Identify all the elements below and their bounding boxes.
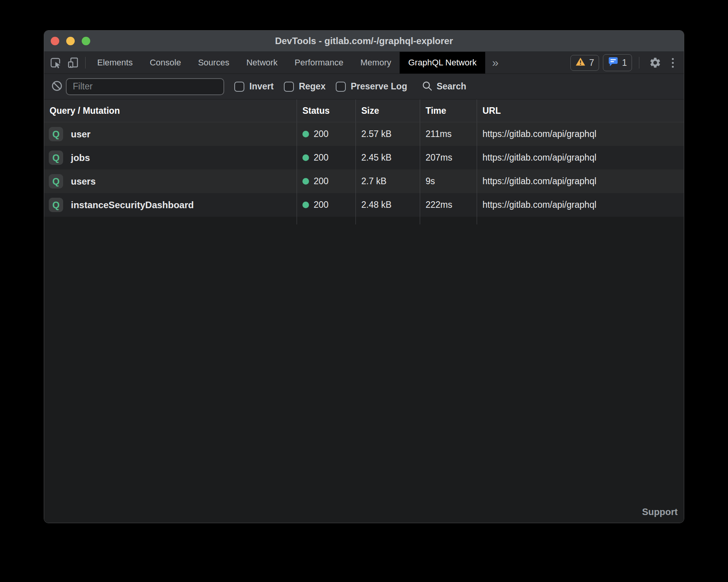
query-type-icon: Q	[49, 127, 63, 141]
table-row[interactable]: Q user 200 2.57 kB 211ms https://gitlab.…	[44, 122, 684, 146]
status-ok-icon	[302, 131, 309, 137]
device-toolbar-icon	[67, 56, 79, 69]
query-name: user	[71, 129, 91, 140]
table-row[interactable]: Q users 200 2.7 kB 9s https://gitlab.com…	[44, 169, 684, 193]
checkbox-icon	[336, 82, 346, 92]
status-code: 200	[314, 129, 328, 139]
checkbox-icon	[234, 82, 244, 92]
request-time: 207ms	[420, 146, 477, 169]
status-code: 200	[314, 200, 328, 210]
warning-icon	[575, 57, 585, 68]
request-url: https://gitlab.com/api/graphql	[477, 122, 684, 146]
status-code: 200	[314, 176, 328, 187]
preserve-log-label: Preserve Log	[351, 81, 407, 92]
query-type-icon: Q	[49, 151, 63, 165]
warnings-badge[interactable]: 7	[570, 55, 599, 71]
query-name: instanceSecurityDashboard	[71, 200, 194, 211]
chat-bubble-icon	[608, 56, 618, 69]
status-ok-icon	[302, 154, 309, 161]
controls-separator	[639, 57, 639, 68]
devtools-tab-bar: Elements Console Sources Network Perform…	[44, 52, 684, 74]
more-options-button[interactable]	[668, 58, 678, 68]
response-size: 2.48 kB	[355, 193, 420, 217]
filter-toolbar: Invert Regex Preserve Log Search	[44, 74, 684, 99]
response-size: 2.45 kB	[355, 146, 420, 169]
request-time: 222ms	[420, 193, 477, 217]
request-url: https://gitlab.com/api/graphql	[477, 146, 684, 169]
title-bar: DevTools - gitlab.com/-/graphql-explorer	[44, 31, 684, 52]
search-icon	[422, 80, 433, 93]
column-divider-stub	[44, 217, 684, 224]
column-header-size[interactable]: Size	[355, 99, 420, 122]
minimize-button[interactable]	[66, 37, 75, 45]
status-ok-icon	[302, 178, 309, 185]
toolbar-separator	[85, 57, 86, 68]
messages-badge[interactable]: 1	[603, 54, 632, 71]
query-name: jobs	[71, 152, 90, 163]
column-header-time[interactable]: Time	[420, 99, 477, 122]
traffic-lights	[51, 31, 90, 51]
response-size: 2.7 kB	[355, 169, 420, 193]
gear-icon	[649, 56, 661, 69]
table-row[interactable]: Q jobs 200 2.45 kB 207ms https://gitlab.…	[44, 146, 684, 169]
block-icon	[51, 80, 63, 93]
status-code: 200	[314, 152, 328, 163]
panel-tabs: Elements Console Sources Network Perform…	[89, 52, 485, 74]
warning-count: 7	[589, 58, 594, 68]
close-button[interactable]	[51, 37, 59, 45]
more-tabs-button[interactable]: »	[485, 52, 506, 74]
panel-empty-area: Support	[44, 224, 684, 523]
query-type-icon: Q	[49, 174, 63, 188]
status-ok-icon	[302, 202, 309, 208]
preserve-log-checkbox[interactable]: Preserve Log	[336, 81, 407, 92]
inspect-element-button[interactable]	[46, 52, 64, 74]
devtools-window: DevTools - gitlab.com/-/graphql-explorer	[44, 30, 684, 523]
query-type-icon: Q	[49, 198, 63, 212]
tab-sources[interactable]: Sources	[189, 52, 238, 74]
response-size: 2.57 kB	[355, 122, 420, 146]
query-name: users	[71, 176, 96, 187]
filter-input[interactable]	[66, 78, 224, 95]
request-url: https://gitlab.com/api/graphql	[477, 193, 684, 217]
table-header: Query / Mutation Status Size Time URL	[44, 99, 684, 122]
request-time: 9s	[420, 169, 477, 193]
tab-graphql-network[interactable]: GraphQL Network	[400, 52, 485, 74]
regex-checkbox[interactable]: Regex	[284, 81, 326, 92]
chevron-double-right-icon: »	[492, 56, 499, 69]
invert-label: Invert	[249, 81, 274, 92]
request-time: 211ms	[420, 122, 477, 146]
tab-performance[interactable]: Performance	[286, 52, 352, 74]
window-title: DevTools - gitlab.com/-/graphql-explorer	[275, 36, 453, 46]
tab-console[interactable]: Console	[141, 52, 190, 74]
tabbar-right-controls: 7 1	[570, 52, 684, 74]
checkbox-icon	[284, 82, 294, 92]
column-header-query-mutation[interactable]: Query / Mutation	[44, 99, 297, 122]
search-label: Search	[436, 81, 466, 92]
column-header-url[interactable]: URL	[477, 99, 684, 122]
table-row[interactable]: Q instanceSecurityDashboard 200 2.48 kB …	[44, 193, 684, 217]
tab-elements[interactable]: Elements	[89, 52, 141, 74]
request-url: https://gitlab.com/api/graphql	[477, 169, 684, 193]
tab-network[interactable]: Network	[238, 52, 286, 74]
tab-memory[interactable]: Memory	[352, 52, 400, 74]
invert-checkbox[interactable]: Invert	[234, 81, 274, 92]
column-header-status[interactable]: Status	[297, 99, 355, 122]
kebab-icon	[672, 58, 674, 60]
inspect-cursor-icon	[49, 56, 62, 69]
regex-label: Regex	[299, 81, 326, 92]
block-requests-button[interactable]	[48, 80, 66, 93]
support-link[interactable]: Support	[642, 507, 678, 517]
maximize-button[interactable]	[82, 37, 90, 45]
device-toolbar-button[interactable]	[64, 52, 82, 74]
settings-button[interactable]	[646, 56, 664, 69]
search-button[interactable]: Search	[422, 80, 466, 93]
message-count: 1	[622, 58, 627, 68]
